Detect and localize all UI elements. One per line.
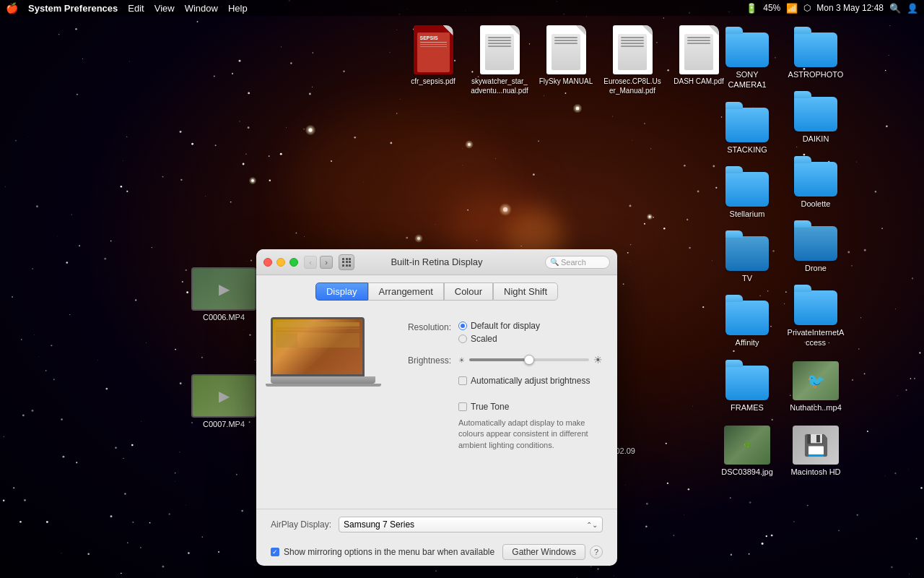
icon-sony-camera[interactable]: SONY CAMERA1	[715, 25, 780, 93]
airplay-row: AirPlay Display: Samsung 7 Series ⌃⌄	[256, 509, 617, 540]
airplay-select[interactable]: Samsung 7 Series ⌃⌄	[339, 517, 603, 532]
window-menu[interactable]: Window	[185, 3, 218, 14]
file-label-eurosec: Eurosec.CP8L.User_Manual.pdf	[603, 77, 661, 95]
brightness-row: Brightness: ☀ ☀	[390, 354, 603, 366]
mirroring-checkbox[interactable]	[271, 548, 279, 556]
icon-frames[interactable]: FRAMES	[715, 358, 780, 415]
help-button[interactable]: ?	[590, 545, 603, 558]
icon-sony-camera-label: SONY CAMERA1	[718, 69, 776, 90]
brightness-slider-thumb[interactable]	[524, 355, 534, 365]
bluetooth-icon[interactable]: ⬡	[803, 3, 811, 13]
auto-brightness-item[interactable]: Automatically adjust brightness	[458, 376, 603, 386]
icon-pia[interactable]: PrivateInternetAccess	[783, 283, 848, 351]
select-arrow-icon: ⌃⌄	[586, 521, 598, 529]
help-menu[interactable]: Help	[228, 3, 248, 14]
brightness-slider-track[interactable]	[469, 358, 589, 361]
system-preferences-window: ‹ › Built-in Retina Display 🔍 Search Dis…	[256, 249, 617, 566]
radio-default[interactable]	[458, 322, 467, 330]
icon-macintosh-hd-label: Macintosh HD	[790, 467, 840, 477]
icon-drone-label: Drone	[805, 263, 827, 273]
icon-doolette-label: Doolette	[801, 199, 831, 209]
menubar-icon-1[interactable]: 🔋	[746, 3, 757, 14]
resolution-scaled[interactable]: Scaled	[458, 334, 603, 344]
desktop-files-area: SEPSIS cfr_sepsis.pdf skywatcher_star_ad…	[404, 25, 728, 95]
icon-stacking[interactable]: STACKING	[715, 100, 780, 158]
icon-stellarium[interactable]: Stellarium	[715, 165, 780, 222]
user-icon[interactable]: 👤	[907, 3, 918, 14]
tab-display[interactable]: Display	[315, 282, 368, 301]
resolution-default-label: Default for display	[471, 321, 540, 331]
grid-view-button[interactable]	[339, 254, 354, 270]
desktop-file-skywatcher[interactable]: skywatcher_star_adventu...nual.pdf	[471, 25, 528, 95]
true-tone-checkbox[interactable]	[458, 402, 467, 411]
video-c0007[interactable]: ▶ C0007.MP4	[191, 374, 256, 428]
tabs-bar: Display Arrangement Colour Night Shift	[256, 275, 617, 306]
display-preview	[271, 317, 375, 498]
desktop-file-sepsis[interactable]: SEPSIS cfr_sepsis.pdf	[404, 25, 462, 95]
video-c0006[interactable]: ▶ C0006.MP4	[191, 267, 256, 322]
desktop-file-flysky[interactable]: FlySky MANUAL	[537, 25, 595, 95]
back-button[interactable]: ‹	[304, 256, 317, 269]
tab-arrangement[interactable]: Arrangement	[368, 282, 444, 301]
gather-windows-button[interactable]: Gather Windows	[502, 544, 585, 560]
icon-nuthatch-label: Nuthatch..mp4	[790, 402, 842, 413]
icon-stacking-label: STACKING	[727, 144, 767, 155]
airplay-label: AirPlay Display:	[271, 519, 331, 530]
right-icons-col2: ASTROPHOTO DAIKIN Doolette Drone	[783, 25, 848, 486]
true-tone-row: True Tone Automatically adapt display to…	[390, 402, 603, 451]
video-c0006-label: C0006.MP4	[203, 313, 245, 322]
resolution-row: Resolution: Default for display Scaled	[390, 321, 603, 344]
icon-affinity-label: Affinity	[736, 337, 759, 348]
window-title: Built-in Retina Display	[391, 256, 482, 267]
icon-tv-label: TV	[742, 273, 752, 283]
icon-stellarium-label: Stellarium	[730, 209, 765, 219]
macbook-screen	[271, 317, 365, 376]
edit-menu[interactable]: Edit	[128, 3, 144, 14]
view-menu[interactable]: View	[154, 3, 175, 14]
icon-nuthatch[interactable]: 🐦 Nuthatch..mp4	[783, 358, 848, 415]
search-icon[interactable]: 🔍	[889, 3, 901, 14]
display-settings: Resolution: Default for display Scaled	[390, 317, 603, 498]
icon-tv[interactable]: TV	[715, 229, 780, 286]
display-panel: Resolution: Default for display Scaled	[256, 306, 617, 509]
brightness-label: Brightness:	[390, 354, 451, 366]
icon-dsc[interactable]: 🌿 DSC03894.jpg	[715, 423, 780, 480]
auto-brightness-checkbox[interactable]	[458, 376, 467, 385]
airplay-value: Samsung 7 Series	[344, 519, 414, 530]
file-label-skywatcher: skywatcher_star_adventu...nual.pdf	[471, 77, 528, 95]
app-name[interactable]: System Preferences	[28, 3, 118, 14]
tab-night-shift[interactable]: Night Shift	[493, 282, 558, 301]
desktop: 🍎 System Preferences Edit View Window He…	[0, 0, 924, 578]
icon-affinity[interactable]: Affinity	[715, 293, 780, 350]
search-box[interactable]: 🔍 Search	[545, 256, 610, 269]
minimize-button[interactable]	[276, 258, 285, 267]
auto-brightness-label: Automatically adjust brightness	[471, 376, 590, 386]
icon-daikin-label: DAIKIN	[803, 134, 829, 144]
search-icon-small: 🔍	[550, 258, 559, 266]
radio-scaled[interactable]	[458, 335, 467, 343]
icon-doolette[interactable]: Doolette	[783, 155, 848, 212]
icon-macintosh-hd[interactable]: 💾 Macintosh HD	[783, 423, 848, 480]
tab-colour[interactable]: Colour	[444, 282, 493, 301]
forward-button[interactable]: ›	[320, 256, 333, 269]
close-button[interactable]	[263, 258, 272, 267]
resolution-default[interactable]: Default for display	[458, 321, 603, 331]
desktop-file-eurosec[interactable]: Eurosec.CP8L.User_Manual.pdf	[603, 25, 661, 95]
window-titlebar: ‹ › Built-in Retina Display 🔍 Search	[256, 249, 617, 275]
file-label-flysky: FlySky MANUAL	[539, 77, 593, 86]
mirroring-label: Show mirroring options in the menu bar w…	[284, 547, 498, 557]
macbook-bottom	[266, 384, 381, 387]
icon-drone[interactable]: Drone	[783, 219, 848, 276]
resolution-label: Resolution:	[390, 321, 451, 332]
file-label-sepsis: cfr_sepsis.pdf	[411, 77, 456, 86]
menubar: 🍎 System Preferences Edit View Window He…	[0, 0, 924, 16]
icon-astrophoto[interactable]: ASTROPHOTO	[783, 25, 848, 82]
icon-daikin[interactable]: DAIKIN	[783, 90, 848, 147]
wifi-icon[interactable]: 📶	[786, 3, 798, 14]
maximize-button[interactable]	[289, 258, 298, 267]
icon-dsc-label: DSC03894.jpg	[721, 467, 773, 477]
apple-menu[interactable]: 🍎	[6, 2, 18, 14]
true-tone-description: Automatically adapt display to make colo…	[458, 418, 603, 451]
true-tone-item[interactable]: True Tone	[458, 402, 603, 412]
icon-frames-label: FRAMES	[731, 402, 764, 413]
